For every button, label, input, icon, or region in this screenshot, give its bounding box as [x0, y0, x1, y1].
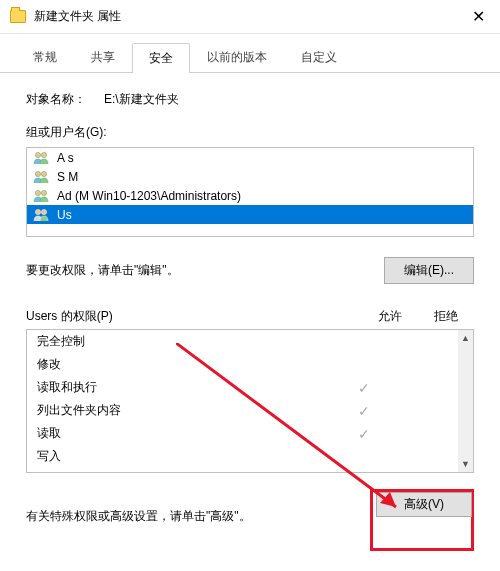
permission-allow-mark: ✓ — [336, 403, 392, 419]
scroll-down-icon[interactable]: ▼ — [458, 456, 473, 472]
permission-name: 读取 — [37, 425, 336, 442]
deny-column-header: 拒绝 — [418, 308, 474, 325]
permission-allow-mark: ✓ — [336, 426, 392, 442]
allow-column-header: 允许 — [362, 308, 418, 325]
permission-name: 读取和执行 — [37, 379, 336, 396]
tab-previous-versions[interactable]: 以前的版本 — [190, 42, 284, 72]
tab-custom[interactable]: 自定义 — [284, 42, 354, 72]
permissions-scrollbar[interactable]: ▲ ▼ — [458, 330, 473, 472]
user-item-label: S M — [57, 170, 78, 184]
tab-bar: 常规 共享 安全 以前的版本 自定义 — [0, 34, 500, 73]
folder-icon — [10, 10, 26, 23]
tab-sharing[interactable]: 共享 — [74, 42, 132, 72]
permission-row: 修改 — [27, 353, 458, 376]
user-list-item[interactable]: Ad (M Win10-1203\Administrators) — [27, 186, 473, 205]
users-group-icon — [33, 151, 51, 165]
user-list-item[interactable]: Us — [27, 205, 473, 224]
tab-general[interactable]: 常规 — [16, 42, 74, 72]
svg-point-0 — [35, 152, 40, 157]
edit-hint-row: 要更改权限，请单击"编辑"。 编辑(E)... — [26, 257, 474, 284]
svg-point-4 — [35, 190, 40, 195]
users-listbox[interactable]: A sS MAd (M Win10-1203\Administrators)Us — [26, 147, 474, 237]
permission-row: 读取和执行✓ — [27, 376, 458, 399]
object-name-row: 对象名称： E:\新建文件夹 — [26, 91, 474, 108]
permission-name: 列出文件夹内容 — [37, 402, 336, 419]
security-panel: 对象名称： E:\新建文件夹 组或用户名(G): A sS MAd (M Win… — [0, 73, 500, 553]
scroll-up-icon[interactable]: ▲ — [458, 330, 473, 346]
object-name-value: E:\新建文件夹 — [104, 91, 179, 108]
title-bar: 新建文件夹 属性 ✕ — [0, 0, 500, 34]
object-name-label: 对象名称： — [26, 91, 104, 108]
edit-hint-text: 要更改权限，请单击"编辑"。 — [26, 262, 384, 279]
window-title: 新建文件夹 属性 — [34, 8, 456, 25]
advanced-button-highlight: 高级(V) — [370, 489, 474, 543]
permission-name: 写入 — [37, 448, 336, 465]
permissions-listbox: 完全控制修改读取和执行✓列出文件夹内容✓读取✓写入 ▲ ▼ — [26, 329, 474, 473]
user-item-label: A s — [57, 151, 74, 165]
user-list-item[interactable]: A s — [27, 148, 473, 167]
svg-point-5 — [41, 190, 46, 195]
advanced-button[interactable]: 高级(V) — [376, 492, 472, 517]
advanced-hint-row: 有关特殊权限或高级设置，请单击"高级"。 高级(V) — [26, 489, 474, 543]
users-group-icon — [33, 208, 51, 222]
permissions-header: Users 的权限(P) 允许 拒绝 — [26, 308, 474, 325]
user-list-item[interactable]: S M — [27, 167, 473, 186]
permission-row: 列出文件夹内容✓ — [27, 399, 458, 422]
permissions-header-label: Users 的权限(P) — [26, 308, 362, 325]
svg-point-1 — [41, 152, 46, 157]
advanced-hint-text: 有关特殊权限或高级设置，请单击"高级"。 — [26, 508, 370, 525]
users-group-icon — [33, 170, 51, 184]
user-item-label: Us — [57, 208, 72, 222]
users-group-icon — [33, 189, 51, 203]
svg-point-3 — [41, 171, 46, 176]
permission-name: 完全控制 — [37, 333, 336, 350]
permission-allow-mark: ✓ — [336, 380, 392, 396]
permission-row: 完全控制 — [27, 330, 458, 353]
svg-point-6 — [35, 209, 40, 214]
permission-name: 修改 — [37, 356, 336, 373]
edit-button[interactable]: 编辑(E)... — [384, 257, 474, 284]
close-button[interactable]: ✕ — [456, 0, 500, 34]
svg-point-2 — [35, 171, 40, 176]
group-users-label: 组或用户名(G): — [26, 124, 474, 141]
svg-point-7 — [41, 209, 46, 214]
tab-security[interactable]: 安全 — [132, 43, 190, 73]
permission-row: 读取✓ — [27, 422, 458, 445]
permission-row: 写入 — [27, 445, 458, 468]
user-item-label: Ad (M Win10-1203\Administrators) — [57, 189, 241, 203]
